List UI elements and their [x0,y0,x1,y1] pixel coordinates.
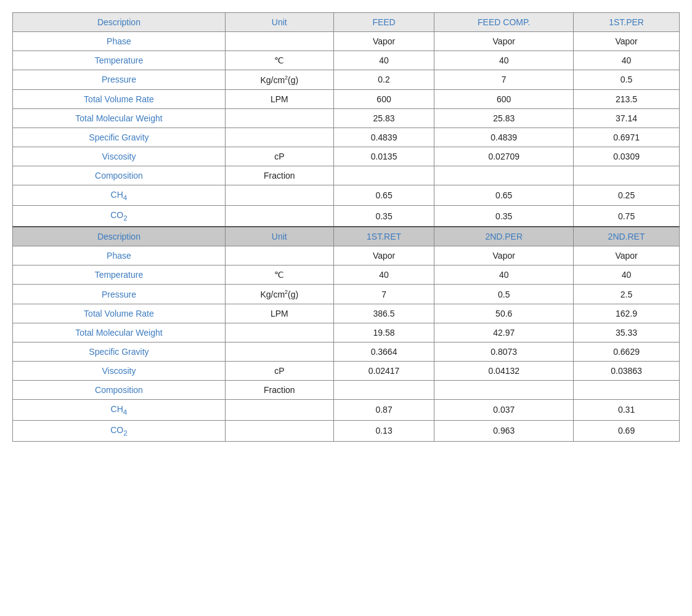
unit2-cell: Kg/cm2(g) [225,285,333,304]
first-per-cell: 37.14 [574,108,680,128]
first-ret-cell: Vapor [333,246,434,265]
second-per-cell: 0.5 [434,285,574,304]
desc-cell: Total Molecular Weight [13,108,226,128]
table2-row: PressureKg/cm2(g)70.52.5 [13,285,680,304]
desc-cell: Composition [13,166,226,185]
table1-row: Total Molecular Weight25.8325.8337.14 [13,108,680,128]
table2-row: PhaseVaporVaporVapor [13,246,680,265]
second-ret-cell: 0.69 [574,420,680,441]
unit2-cell: ℃ [225,265,333,285]
unit2-cell [225,342,333,361]
table2-row: CO20.130.9630.69 [13,420,680,441]
unit-cell: Fraction [225,166,333,185]
header-description: Description [13,13,226,32]
first-per-cell: 0.6971 [574,128,680,147]
unit-cell [225,108,333,128]
second-per-cell: 0.963 [434,420,574,441]
desc2-cell: Pressure [13,285,226,304]
unit-cell: Kg/cm2(g) [225,70,333,90]
second-per-cell [434,380,574,399]
unit2-cell [225,246,333,265]
desc2-cell: CO2 [13,420,226,441]
unit2-cell: Fraction [225,380,333,399]
first-ret-cell: 0.02417 [333,361,434,380]
unit2-cell [225,323,333,342]
table2-row: Temperature℃404040 [13,265,680,285]
second-per-cell: 50.6 [434,304,574,323]
process-data-table: Description Unit FEED FEED COMP. 1ST.PER… [12,12,680,442]
feed-comp-cell: 0.02709 [434,147,574,166]
desc2-cell: Total Volume Rate [13,304,226,323]
feed-cell: 600 [333,89,434,108]
table1-row: PhaseVaporVaporVapor [13,32,680,51]
second-ret-cell: Vapor [574,246,680,265]
feed-comp-cell: 600 [434,89,574,108]
desc2-cell: Total Molecular Weight [13,323,226,342]
desc-cell: CO2 [13,206,226,227]
first-ret-cell: 7 [333,285,434,304]
feed-comp-cell [434,166,574,185]
first-ret-cell: 19.58 [333,323,434,342]
desc-cell: Pressure [13,70,226,90]
unit2-cell [225,420,333,441]
first-ret-cell [333,380,434,399]
header2-1st-ret: 1ST.RET [333,227,434,246]
header2-2nd-per: 2ND.PER [434,227,574,246]
header-feed-comp: FEED COMP. [434,13,574,32]
first-per-cell: 40 [574,51,680,70]
table1-row: PressureKg/cm2(g)0.270.5 [13,70,680,90]
feed-comp-cell: 0.35 [434,206,574,227]
feed-cell [333,166,434,185]
desc2-cell: Composition [13,380,226,399]
second-ret-cell [574,380,680,399]
second-per-cell: 0.8073 [434,342,574,361]
header-unit: Unit [225,13,333,32]
desc-cell: Viscosity [13,147,226,166]
header2-2nd-ret: 2ND.RET [574,227,680,246]
feed-comp-cell: 7 [434,70,574,90]
unit2-cell: LPM [225,304,333,323]
table1-row: CH40.650.650.25 [13,185,680,206]
second-ret-cell: 0.6629 [574,342,680,361]
table1-row: Total Volume RateLPM600600213.5 [13,89,680,108]
desc2-cell: Temperature [13,265,226,285]
first-per-cell: 0.25 [574,185,680,206]
second-ret-cell: 162.9 [574,304,680,323]
desc-cell: Temperature [13,51,226,70]
desc-cell: Specific Gravity [13,128,226,147]
feed-cell: 0.2 [333,70,434,90]
unit-cell [225,185,333,206]
first-ret-cell: 386.5 [333,304,434,323]
feed-cell: 0.35 [333,206,434,227]
unit-cell: cP [225,147,333,166]
feed-comp-cell: 25.83 [434,108,574,128]
feed-cell: Vapor [333,32,434,51]
second-per-cell: 0.037 [434,399,574,420]
first-ret-cell: 0.87 [333,399,434,420]
first-ret-cell: 0.3664 [333,342,434,361]
table2-header-row: Description Unit 1ST.RET 2ND.PER 2ND.RET [13,227,680,246]
desc-cell: Total Volume Rate [13,89,226,108]
header2-description: Description [13,227,226,246]
second-ret-cell: 0.03863 [574,361,680,380]
first-ret-cell: 0.13 [333,420,434,441]
second-ret-cell: 40 [574,265,680,285]
first-per-cell: Vapor [574,32,680,51]
desc2-cell: CH4 [13,399,226,420]
header-1st-per: 1ST.PER [574,13,680,32]
table1-row: Temperature℃404040 [13,51,680,70]
second-ret-cell: 0.31 [574,399,680,420]
feed-comp-cell: 40 [434,51,574,70]
table2-row: CH40.870.0370.31 [13,399,680,420]
second-per-cell: 40 [434,265,574,285]
header2-unit: Unit [225,227,333,246]
table1-header-row: Description Unit FEED FEED COMP. 1ST.PER [13,13,680,32]
feed-comp-cell: Vapor [434,32,574,51]
table1-row: Specific Gravity0.48390.48390.6971 [13,128,680,147]
feed-cell: 0.4839 [333,128,434,147]
table1-row: ViscositycP0.01350.027090.0309 [13,147,680,166]
first-per-cell: 0.0309 [574,147,680,166]
unit-cell: LPM [225,89,333,108]
first-per-cell: 0.5 [574,70,680,90]
unit2-cell: cP [225,361,333,380]
